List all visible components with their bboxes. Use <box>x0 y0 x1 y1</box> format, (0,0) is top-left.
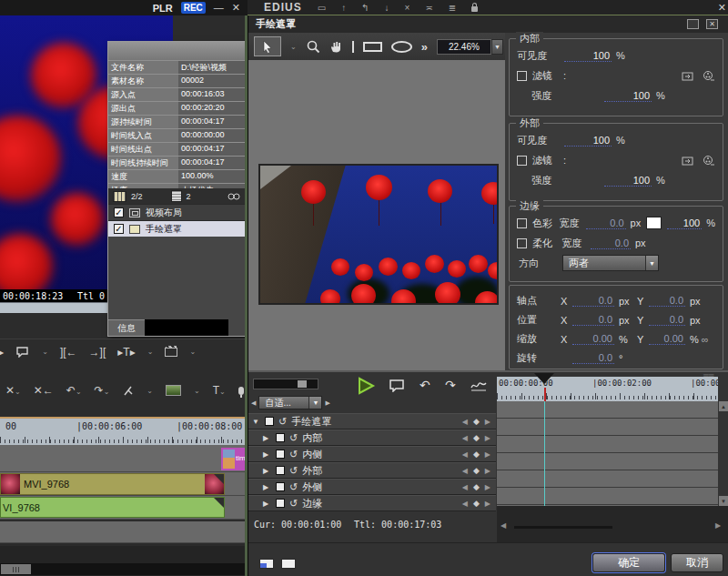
kf-timeline-lanes[interactable] <box>497 401 718 506</box>
reset-icon[interactable]: ↺ <box>278 416 287 428</box>
kf-enable-checkbox[interactable] <box>276 466 285 475</box>
audio-track-2[interactable] <box>0 521 248 543</box>
add-keyframe-icon[interactable]: ◆ <box>473 450 480 459</box>
add-keyframe-icon[interactable]: ◆ <box>473 482 480 491</box>
prev-keyframe-icon[interactable]: ◀ <box>462 483 468 491</box>
direction-dropdown[interactable]: 两者 ▼ <box>562 255 659 271</box>
expand-icon[interactable]: ▶ <box>263 500 271 508</box>
curve-view-button[interactable] <box>470 379 487 391</box>
visibility-value[interactable]: 100 <box>564 50 612 62</box>
video-track-2[interactable] <box>0 445 248 472</box>
play-around-cursor-icon[interactable]: ▸T▸ <box>117 346 135 359</box>
kf-enable-checkbox[interactable] <box>276 433 285 442</box>
add-keyframe-icon[interactable]: ◆ <box>473 466 480 475</box>
main-timeline-ruler[interactable]: 00 |00:00:06:00 |00:00:08:00 <box>0 419 248 445</box>
tab-info[interactable]: 信息 <box>108 319 145 336</box>
edge-color-swatch[interactable] <box>646 217 662 229</box>
more-tools-icon[interactable]: » <box>421 40 428 54</box>
layer-row-hand-drawn-mask[interactable]: ✓ 手绘遮罩 <box>108 220 245 237</box>
visibility-value[interactable]: 100 <box>564 135 612 147</box>
select-tool[interactable] <box>254 36 281 56</box>
zoom-tool[interactable] <box>306 39 320 54</box>
preset-next-icon[interactable]: ▶ <box>325 399 329 407</box>
scale-x-value[interactable]: 0.00 <box>572 333 614 345</box>
reels-icon[interactable] <box>228 191 240 202</box>
mask-canvas[interactable] <box>248 60 505 370</box>
expand-icon[interactable]: ▶ <box>263 434 271 442</box>
chevron-down-icon[interactable]: ⌄ <box>194 387 200 395</box>
zoom-level-dropdown[interactable]: ▼ <box>491 39 503 55</box>
layout-single-icon[interactable] <box>281 559 296 569</box>
kf-track-interior[interactable]: ▶ ↺ 内部 ◀◆▶ <box>248 429 496 446</box>
dialog-titlebar[interactable]: 手绘遮罩 <box>248 15 728 33</box>
timeline-zoom-slider[interactable] <box>253 379 318 389</box>
edge-color-width-value[interactable]: 0.0 <box>586 217 626 229</box>
dialog-close-button[interactable]: ✕ <box>706 19 718 29</box>
filter-reel-icon[interactable] <box>703 70 715 82</box>
filter-checkbox[interactable] <box>517 71 527 81</box>
scale-y-value[interactable]: 0.00 <box>649 333 685 345</box>
kf-timeline-ruler[interactable]: 00:00:00:00 |00:00:02:00 |00:00:0 <box>497 377 718 401</box>
line-tool[interactable] <box>352 41 354 53</box>
add-keyframe-icon[interactable]: ◆ <box>473 417 480 426</box>
prev-keyframe-icon[interactable]: ◀ <box>462 500 468 508</box>
scale-link-icon[interactable]: ∞ <box>699 334 709 345</box>
video-clip[interactable]: MVI_9768 <box>0 473 225 495</box>
layout-split-icon[interactable] <box>259 559 274 569</box>
delete-in-icon[interactable]: ✕← <box>34 384 54 397</box>
cancel-button[interactable]: 取消 <box>671 553 723 572</box>
layer-checkbox[interactable]: ✓ <box>114 207 124 217</box>
scroll-up-button[interactable]: ▲ <box>719 401 728 411</box>
kf-enable-checkbox[interactable] <box>265 417 274 426</box>
edge-color-checkbox[interactable] <box>517 218 527 228</box>
next-keyframe-icon[interactable]: ▶ <box>485 467 490 475</box>
kf-track-inner[interactable]: ▶ ↺ 内侧 ◀◆▶ <box>248 446 496 462</box>
import-icon[interactable]: ↓ <box>385 3 389 13</box>
reset-icon[interactable]: ↺ <box>289 498 298 510</box>
redo-button[interactable]: ↷ <box>445 378 456 392</box>
chevron-down-icon[interactable]: ⌄ <box>147 348 154 356</box>
reset-icon[interactable]: ↺ <box>289 432 298 444</box>
collapse-icon[interactable]: ▼ <box>252 418 260 426</box>
edge-opacity-value[interactable]: 100 <box>667 217 702 229</box>
play-button[interactable] <box>356 377 378 395</box>
chevron-down-icon[interactable]: ⌄ <box>189 348 196 356</box>
expand-icon[interactable]: ▶ <box>263 450 271 459</box>
capture-icon[interactable]: ↰ <box>361 3 369 13</box>
layout-icon[interactable]: ≣ <box>449 3 456 13</box>
ellipse-tool[interactable] <box>391 41 412 53</box>
window-close-button[interactable]: ✕ <box>718 2 728 14</box>
scroll-left-button[interactable]: ◀ <box>500 521 506 530</box>
layer-row-video-layout[interactable]: ✓ 视频布局 <box>108 204 245 220</box>
kf-track-mask[interactable]: ▼ ↺ 手绘遮罩 ◀◆▶ <box>248 413 496 429</box>
reset-icon[interactable]: ↺ <box>289 449 298 460</box>
player-minimize-button[interactable]: — <box>214 3 224 13</box>
strength-value[interactable]: 100 <box>604 175 652 187</box>
chevron-down-icon[interactable]: ⌄ <box>290 43 297 51</box>
ok-button[interactable]: 确定 <box>592 553 665 572</box>
expand-icon[interactable]: ▶ <box>263 483 271 491</box>
position-x-value[interactable]: 0.0 <box>572 314 614 326</box>
trim-out-icon[interactable]: →][ <box>89 346 106 359</box>
add-keyframe-icon[interactable]: ◆ <box>473 499 480 508</box>
chevron-down-icon[interactable]: ⌄ <box>42 348 48 356</box>
filter-reel-icon[interactable] <box>703 155 715 167</box>
play-icon[interactable]: ▶ <box>0 346 4 359</box>
player-shuttle-strip[interactable] <box>0 302 107 313</box>
rec-mode-button[interactable]: REC <box>181 2 206 14</box>
edge-soften-width-value[interactable]: 0.0 <box>591 237 631 249</box>
title-tool-icon[interactable]: T⌄ <box>213 384 226 397</box>
kf-hscroll-thumb[interactable] <box>514 526 612 529</box>
position-y-value[interactable]: 0.0 <box>649 314 685 326</box>
pivot-y-value[interactable]: 0.0 <box>649 295 685 307</box>
delete-ripple-icon[interactable]: ✕⌄ <box>5 384 21 397</box>
kf-enable-checkbox[interactable] <box>276 450 285 459</box>
plr-mode-button[interactable]: PLR <box>153 3 173 14</box>
audio-clip[interactable]: VI_9768 <box>0 497 225 518</box>
strength-value[interactable]: 100 <box>604 90 652 102</box>
timeline-horizontal-scrollbar[interactable] <box>0 563 248 575</box>
preset-prev-icon[interactable]: ◀ <box>251 399 256 407</box>
rectangle-tool[interactable] <box>363 42 382 52</box>
reset-icon[interactable]: ↺ <box>289 481 298 493</box>
chevron-down-icon[interactable]: ⌄ <box>147 387 153 395</box>
